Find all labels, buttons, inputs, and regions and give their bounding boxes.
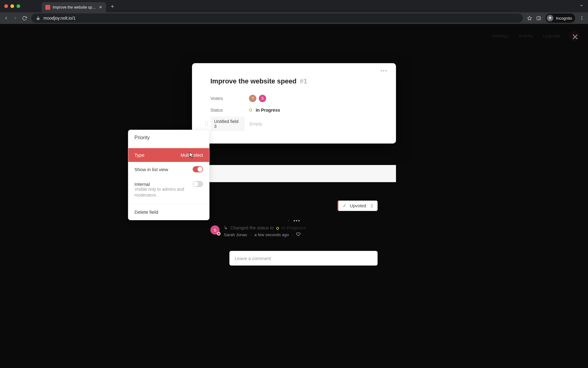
modal-issue-number: #1 (300, 77, 307, 85)
activity-text: ↳ Changed the status to In Progress (224, 225, 306, 230)
comment-placeholder: Leave a comment (235, 256, 271, 261)
upvote-label: Upvoted (350, 203, 366, 208)
browser-toolbar: moodjoy.nolt.io/1 Incognito (0, 12, 588, 24)
tabs-overflow-icon[interactable] (579, 3, 584, 9)
page: Settings Activity Upgrade ••• Improve th… (0, 24, 588, 368)
svg-point-9 (207, 121, 208, 122)
svg-marker-0 (528, 16, 532, 20)
modal-band (192, 165, 396, 182)
modal-more-icon[interactable]: ••• (380, 68, 387, 74)
admin-badge-icon (217, 232, 221, 236)
nav-reload-icon[interactable] (22, 16, 27, 21)
custom-field-name[interactable]: Untitled field 3 (210, 117, 245, 131)
internal-label: Internal (134, 182, 150, 187)
incognito-icon (547, 15, 553, 21)
modal-title: Improve the website speed (210, 77, 296, 85)
activity-time: a few seconds ago (254, 232, 289, 237)
upvote-button[interactable]: ✓ Upvoted 2 (337, 201, 378, 211)
modal-close-icon[interactable] (571, 33, 579, 42)
custom-field-value[interactable]: Empty (250, 121, 262, 126)
internal-toggle[interactable] (193, 181, 203, 187)
arrow-icon: ↳ (224, 225, 228, 230)
address-bar[interactable]: moodjoy.nolt.io/1 (31, 13, 523, 23)
window-maximize[interactable] (17, 4, 20, 8)
internal-description: Visible only to admins and moderators (128, 186, 209, 202)
field-type-label: Type (134, 152, 145, 158)
field-type-value: Multi-select (181, 153, 203, 158)
feedback-modal: ••• Improve the website speed #1 Voters … (192, 63, 396, 144)
activity-item: S ↳ Changed the status to In Progress Sa… (210, 225, 378, 237)
browser-tab-active[interactable]: Improve the website speed · M ✕ (42, 2, 106, 12)
field-settings-dropdown: Priority Type Multi-select Show in list … (128, 130, 209, 220)
status-value: In Progress (249, 108, 280, 113)
activity-ellipsis-icon[interactable]: · ••• (210, 218, 378, 224)
nav-back-icon[interactable] (4, 16, 9, 21)
modal-title-row: Improve the website speed #1 (210, 77, 378, 85)
check-icon: ✓ (343, 203, 347, 208)
voters-row: Voters ? S (210, 93, 378, 104)
activity-log: · ••• S ↳ Changed the status to In Progr… (210, 218, 378, 237)
svg-point-4 (582, 18, 582, 19)
incognito-label: Incognito (556, 16, 572, 21)
drag-handle-icon[interactable] (205, 121, 208, 127)
activity-avatar[interactable]: S (210, 225, 220, 235)
status-dot-icon (276, 227, 279, 230)
delete-field-button[interactable]: Delete field (128, 205, 209, 220)
voter-avatar[interactable]: ? (249, 95, 256, 102)
svg-point-3 (582, 16, 582, 17)
show-in-list-label: Show in list view (134, 167, 168, 172)
browser-menu-icon[interactable] (579, 16, 584, 21)
browser-tab-strip: Improve the website speed · M ✕ ＋ (0, 0, 588, 12)
voters-avatars[interactable]: ? S (249, 95, 266, 102)
panel-icon[interactable] (536, 16, 541, 21)
field-type-row[interactable]: Type Multi-select (128, 148, 209, 162)
bookmark-star-icon[interactable] (527, 16, 532, 21)
incognito-badge[interactable]: Incognito (545, 13, 575, 23)
status-label: Status (210, 108, 249, 113)
field-name-input[interactable]: Priority (128, 130, 209, 145)
window-minimize[interactable] (10, 4, 14, 8)
custom-field-row[interactable]: Untitled field 3 Empty (210, 117, 378, 131)
activity-meta: Sarah Jonas · a few seconds ago · (224, 232, 306, 237)
voters-label: Voters (210, 96, 249, 101)
like-icon[interactable] (296, 232, 300, 237)
upvote-count: 2 (371, 203, 373, 208)
show-in-list-row[interactable]: Show in list view (128, 162, 209, 177)
comment-input[interactable]: Leave a comment (229, 251, 378, 266)
tab-close-icon[interactable]: ✕ (99, 5, 102, 9)
status-dot-icon (249, 109, 252, 112)
activity-author: Sarah Jonas (224, 232, 247, 237)
tab-favicon (45, 5, 50, 10)
address-url: moodjoy.nolt.io/1 (43, 16, 76, 21)
lock-icon (36, 16, 40, 21)
voter-avatar[interactable]: S (259, 95, 266, 102)
svg-point-12 (205, 125, 206, 126)
nav-forward-icon[interactable] (13, 16, 18, 21)
status-row[interactable]: Status In Progress (210, 104, 378, 116)
svg-point-11 (207, 123, 208, 124)
show-in-list-toggle[interactable] (193, 166, 203, 172)
svg-point-5 (582, 19, 582, 20)
tab-title: Improve the website speed · M (53, 5, 96, 10)
svg-point-13 (207, 125, 208, 126)
window-controls (4, 4, 20, 8)
svg-point-10 (205, 123, 206, 124)
new-tab-button[interactable]: ＋ (110, 2, 115, 10)
svg-rect-1 (537, 17, 541, 20)
svg-point-8 (205, 121, 206, 122)
window-close[interactable] (4, 4, 8, 8)
